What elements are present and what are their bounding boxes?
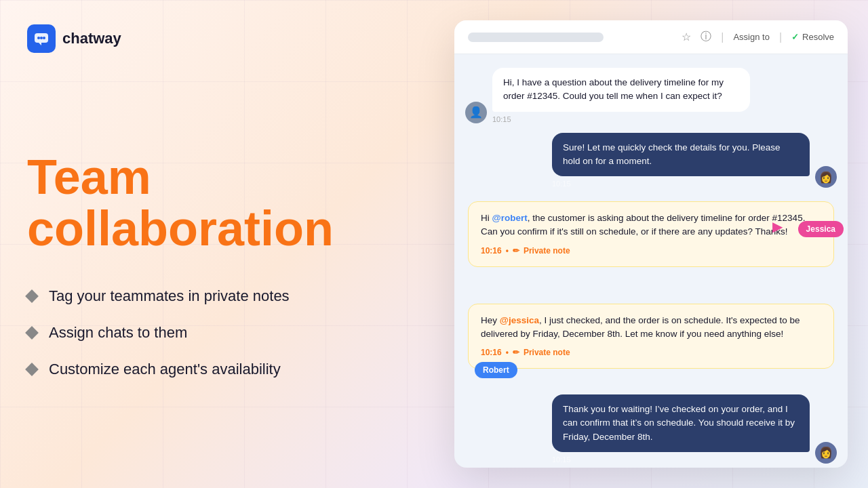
message-bubble-5: Thank you for waiting! I’ve checked on y… [552, 394, 810, 452]
left-panel: chatway Team collaboration Tag your team… [0, 0, 434, 488]
message-text-2: Sure! Let me quickly check the details f… [563, 142, 780, 166]
message-row-5: Thank you for waiting! I’ve checked on y… [465, 394, 837, 464]
message-time-2: 10:15 [552, 180, 810, 188]
note-robert-time: 10:16 [481, 346, 502, 359]
resolve-label: Resolve [802, 32, 834, 42]
message-row-2: Sure! Let me quickly check the details f… [465, 133, 837, 188]
svg-point-1 [37, 37, 40, 39]
agent1-avatar-5: 👩 [815, 442, 837, 464]
dot-separator-2: • [506, 346, 509, 359]
features-list: Tag your teammates in private notes Assi… [27, 287, 407, 378]
note-jessica-label: Private note [524, 245, 570, 257]
private-note-jessica-box: Hi @robert, the customer is asking about… [468, 201, 834, 267]
agent1-avatar-img-2: 👩 [815, 166, 837, 188]
logo-text: chatway [62, 30, 121, 47]
info-icon[interactable]: ⓘ [701, 30, 711, 44]
message-text-1: Hi, I have a question about the delivery… [503, 77, 724, 101]
private-note-robert-container: Hey @jessica, I just checked, and the or… [465, 304, 837, 369]
feature-item-3: Customize each agent's availability [27, 361, 407, 378]
header-actions: ☆ ⓘ | Assign to | ✓ Resolve [682, 30, 834, 44]
star-icon[interactable]: ☆ [682, 30, 691, 43]
resolve-button[interactable]: ✓ Resolve [791, 32, 834, 42]
logo: chatway [27, 24, 407, 53]
robert-label: Robert [475, 362, 517, 378]
resolve-check-icon: ✓ [791, 32, 799, 42]
feature-text-1: Tag your teammates in private notes [49, 287, 290, 305]
note-robert-mention: @jessica [500, 315, 539, 325]
customer-avatar-img-1: 👤 [465, 102, 487, 123]
svg-point-2 [40, 37, 43, 39]
message-bubble-2: Sure! Let me quickly check the details f… [552, 133, 810, 177]
chat-panel: ☆ ⓘ | Assign to | ✓ Resolve 👤 Hi, I have… [454, 20, 848, 468]
jessica-label: Jessica [798, 221, 844, 237]
agent1-avatar-2: 👩 [815, 166, 837, 188]
customer-avatar-1: 👤 [465, 102, 487, 123]
headline: Team collaboration [27, 152, 407, 254]
private-note-robert-box: Hey @jessica, I just checked, and the or… [468, 304, 834, 369]
feature-text-2: Assign chats to them [49, 324, 187, 342]
edit-icon-2: ✏ [513, 346, 519, 359]
logo-icon [27, 24, 56, 53]
diamond-icon-2 [25, 326, 39, 340]
note-robert-text-before: Hey [481, 315, 500, 325]
headline-line1: Team [27, 152, 407, 203]
dot-separator-1: • [506, 245, 509, 257]
message-time-1: 10:15 [492, 115, 750, 123]
assign-button[interactable]: Assign to [733, 32, 769, 42]
chat-header-name-bar [468, 33, 604, 42]
feature-item-1: Tag your teammates in private notes [27, 287, 407, 305]
separator-2: | [779, 31, 782, 43]
diamond-icon-1 [25, 289, 39, 303]
diamond-icon-3 [25, 363, 39, 376]
separator-1: | [721, 31, 724, 43]
note-jessica-text-before: Hi [481, 213, 492, 223]
svg-point-3 [43, 37, 45, 39]
edit-icon-1: ✏ [513, 245, 519, 257]
feature-text-3: Customize each agent's availability [49, 361, 281, 378]
note-jessica-time: 10:16 [481, 245, 502, 257]
message-text-5: Thank you for waiting! I’ve checked on y… [563, 404, 795, 442]
private-note-jessica-container: Hi @robert, the customer is asking about… [465, 201, 837, 267]
private-note-jessica-footer: 10:16 • ✏ Private note [481, 245, 821, 257]
message-row-1: 👤 Hi, I have a question about the delive… [465, 68, 837, 123]
note-jessica-mention: @robert [492, 213, 528, 223]
chat-messages[interactable]: 👤 Hi, I have a question about the delive… [454, 54, 848, 468]
note-jessica-text-after: , the customer is asking about the deliv… [481, 213, 805, 237]
headline-line2: collaboration [27, 203, 407, 255]
private-note-robert-footer: 10:16 • ✏ Private note [481, 346, 821, 359]
feature-item-2: Assign chats to them [27, 324, 407, 342]
note-robert-label: Private note [524, 346, 570, 359]
chat-header: ☆ ⓘ | Assign to | ✓ Resolve [454, 20, 848, 54]
agent1-avatar-img-5: 👩 [815, 442, 837, 464]
main-content: Team collaboration Tag your teammates in… [27, 53, 407, 464]
message-time-5: 10:15 [552, 455, 810, 464]
message-bubble-1: Hi, I have a question about the delivery… [492, 68, 750, 112]
